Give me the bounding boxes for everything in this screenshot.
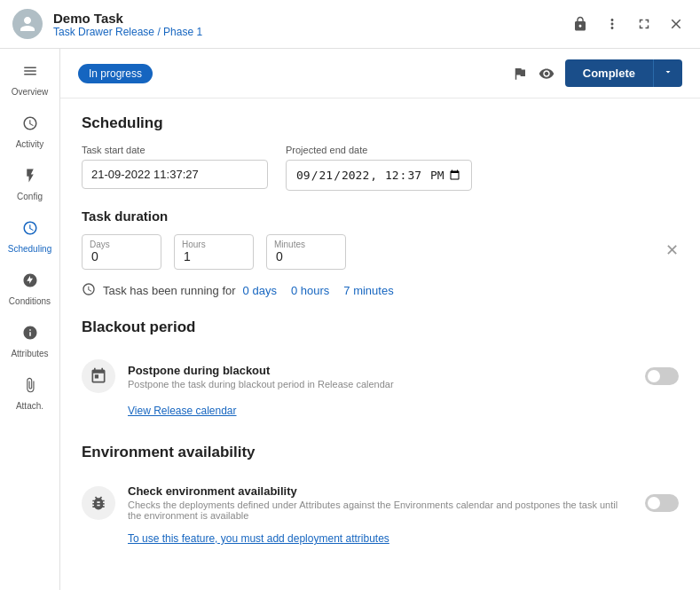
timer-text: Task has been running for [103, 284, 236, 297]
end-date-label: Projected end date [286, 145, 472, 155]
scheduling-icon [22, 220, 38, 240]
duration-title: Task duration [82, 208, 679, 224]
sidebar-item-conditions[interactable]: Conditions [4, 265, 56, 314]
sidebar-item-label: Conditions [9, 296, 51, 307]
sidebar-item-attributes[interactable]: Attributes [4, 318, 56, 366]
topbar: In progress Complete [60, 49, 700, 98]
timer-minutes: 7 minutes [343, 284, 393, 297]
lock-icon[interactable] [569, 12, 592, 35]
main-layout: Overview Activity Config Scheduling Cond… [0, 49, 700, 590]
flag-button[interactable] [512, 66, 528, 82]
end-date-field: Projected end date [286, 145, 472, 191]
view-release-calendar-link[interactable]: View Release calendar [128, 405, 237, 417]
sidebar-item-activity[interactable]: Activity [4, 108, 56, 157]
sidebar-item-label: Attributes [11, 349, 48, 359]
attach-icon [22, 377, 38, 397]
blackout-toggle[interactable] [645, 367, 679, 385]
header-actions [569, 12, 688, 35]
complete-dropdown-button[interactable] [653, 59, 682, 87]
sidebar-item-label: Scheduling [8, 244, 51, 255]
sidebar-item-label: Activity [16, 139, 44, 150]
environment-title: Environment availability [82, 444, 679, 461]
env-toggle-title: Check environment availability [128, 484, 633, 498]
env-toggle-info: Check environment availability Checks th… [128, 484, 633, 521]
sidebar-item-label: Attach. [16, 401, 43, 412]
date-fields-row: Task start date Projected end date [82, 145, 679, 191]
env-toggle-item: Check environment availability Checks th… [82, 474, 679, 531]
conditions-icon [22, 272, 38, 293]
config-icon [22, 168, 38, 188]
sidebar-item-attach[interactable]: Attach. [4, 370, 56, 419]
complete-button-group: Complete [565, 59, 682, 87]
more-options-icon[interactable] [601, 12, 624, 35]
blackout-toggle-info: Postpone during blackout Postpone the ta… [128, 364, 633, 389]
eye-button[interactable] [539, 66, 554, 82]
attributes-icon [22, 325, 38, 345]
blackout-toggle-desc: Postpone the task during blackout period… [128, 379, 633, 389]
sidebar-item-config[interactable]: Config [4, 161, 56, 209]
page-title: Demo Task [53, 11, 558, 26]
env-toggle-desc: Checks the deployments defined under Att… [128, 500, 633, 521]
breadcrumb: Task Drawer Release / Phase 1 [53, 26, 558, 38]
days-input[interactable] [91, 249, 152, 264]
avatar [12, 9, 43, 39]
start-date-label: Task start date [82, 145, 268, 155]
clock-icon [82, 282, 96, 299]
minutes-field: Minutes [266, 234, 346, 270]
activity-icon [22, 115, 38, 136]
timer-hours: 0 hours [291, 284, 329, 297]
sidebar-item-label: Config [17, 192, 43, 202]
scheduling-title: Scheduling [82, 114, 679, 132]
scheduling-content: Scheduling Task start date Projected end… [60, 98, 700, 587]
environment-section: Environment availability Check environme… [82, 444, 679, 552]
close-icon[interactable] [665, 12, 688, 35]
clear-duration-button[interactable]: ✕ [665, 240, 679, 260]
start-date-field: Task start date [82, 145, 268, 191]
days-label: Days [90, 240, 110, 249]
timer-days: 0 days [243, 284, 277, 297]
timer-row: Task has been running for 0 days 0 hours… [82, 282, 679, 299]
blackout-toggle-title: Postpone during blackout [128, 364, 633, 377]
sidebar-item-overview[interactable]: Overview [4, 56, 56, 105]
blackout-section: Blackout period Postpone during blackout… [82, 319, 679, 424]
minutes-input[interactable] [276, 249, 336, 264]
main-content: In progress Complete Scheduling [60, 49, 700, 590]
minutes-label: Minutes [274, 240, 305, 249]
sidebar: Overview Activity Config Scheduling Cond… [0, 49, 60, 590]
blackout-slider [645, 367, 679, 385]
blackout-toggle-item: Postpone during blackout Postpone the ta… [82, 349, 679, 404]
env-toggle[interactable] [645, 494, 679, 512]
duration-row: Days Hours Minutes ✕ [82, 234, 679, 270]
days-field: Days [82, 234, 161, 270]
overview-icon [22, 63, 38, 83]
hours-input[interactable] [184, 249, 244, 264]
env-slider [645, 494, 679, 512]
scheduling-section: Scheduling Task start date Projected end… [82, 114, 679, 299]
hours-field: Hours [174, 234, 254, 270]
start-date-input[interactable] [82, 160, 268, 189]
sidebar-item-label: Overview [12, 87, 49, 98]
topbar-icons [512, 66, 554, 82]
blackout-icon-wrap [82, 359, 115, 393]
header-title: Demo Task Task Drawer Release / Phase 1 [53, 11, 558, 38]
status-badge: In progress [78, 64, 153, 83]
complete-button[interactable]: Complete [565, 59, 653, 87]
end-date-input[interactable] [286, 160, 472, 191]
sidebar-item-scheduling[interactable]: Scheduling [4, 213, 56, 262]
env-icon-wrap [82, 486, 115, 520]
app-header: Demo Task Task Drawer Release / Phase 1 [0, 0, 700, 49]
hours-label: Hours [182, 240, 206, 249]
deployment-attributes-link[interactable]: To use this feature, you must add deploy… [128, 532, 389, 545]
blackout-title: Blackout period [82, 319, 679, 336]
expand-icon[interactable] [633, 12, 656, 35]
